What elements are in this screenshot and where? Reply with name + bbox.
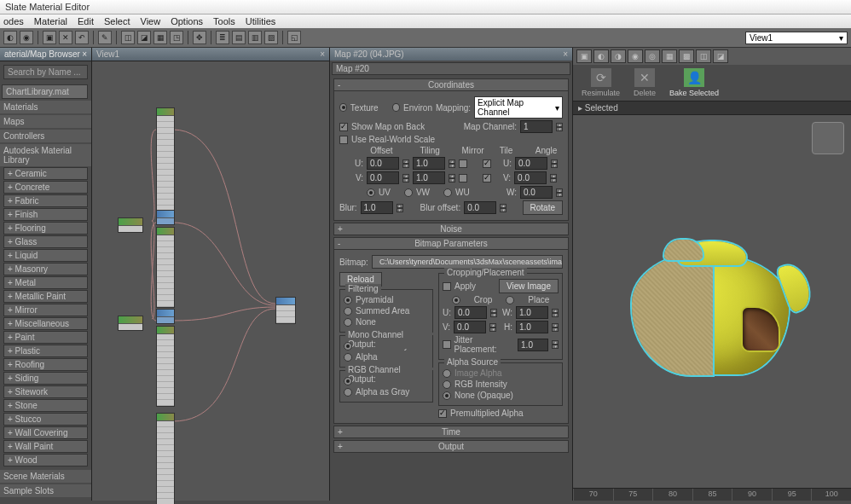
section-controllers[interactable]: Controllers bbox=[0, 130, 91, 142]
rollup-noise-header[interactable]: +Noise bbox=[333, 223, 569, 235]
lib-paint[interactable]: + Paint bbox=[3, 331, 88, 344]
radio-vw[interactable] bbox=[404, 188, 413, 197]
toolbar-assign-icon[interactable]: ▣ bbox=[43, 31, 56, 44]
menu-modes[interactable]: odes bbox=[3, 16, 24, 26]
close-icon[interactable]: × bbox=[320, 49, 325, 59]
section-scene-materials[interactable]: Scene Materials bbox=[0, 470, 91, 483]
spinner[interactable]: ▴▾ bbox=[550, 174, 557, 182]
lib-miscellaneous[interactable]: + Miscellaneous bbox=[3, 317, 88, 330]
rotate-button[interactable]: Rotate bbox=[523, 200, 563, 215]
input-crop-u[interactable]: 0.0 bbox=[454, 306, 487, 319]
radio-mono-rgb[interactable] bbox=[344, 342, 352, 350]
lib-liquid[interactable]: + Liquid bbox=[3, 249, 88, 262]
toolbar-move-icon[interactable]: ✥ bbox=[193, 31, 206, 44]
map-name-field[interactable]: Map #20 bbox=[332, 62, 570, 75]
input-v-angle[interactable]: 0.0 bbox=[514, 171, 547, 184]
toolbar-delete-icon[interactable]: ✕ bbox=[59, 31, 72, 44]
radio-alpha-gray[interactable] bbox=[344, 388, 352, 397]
bitmap-node-1[interactable] bbox=[118, 217, 143, 233]
spinner[interactable]: ▴▾ bbox=[552, 323, 559, 332]
viewcube-icon[interactable] bbox=[812, 122, 844, 154]
rollup-output-header[interactable]: +Output bbox=[333, 440, 569, 453]
lib-masonry[interactable]: + Masonry bbox=[3, 263, 88, 275]
spinner[interactable]: ▴▾ bbox=[397, 204, 403, 212]
input-crop-v[interactable]: 0.0 bbox=[454, 321, 486, 333]
input-jitter[interactable]: 1.0 bbox=[518, 339, 548, 351]
vp-icon-3[interactable]: ◑ bbox=[611, 49, 626, 63]
toolbar-bitmap-icon[interactable]: ◱ bbox=[287, 31, 301, 44]
rollup-coordinates-header[interactable]: -Coordinates bbox=[333, 78, 569, 91]
radio-environ[interactable] bbox=[392, 103, 400, 112]
radio-none-opaque[interactable] bbox=[443, 391, 451, 400]
radio-uv[interactable] bbox=[367, 188, 375, 197]
vp-icon-4[interactable]: ◉ bbox=[628, 49, 643, 63]
menu-utilities[interactable]: Utilities bbox=[246, 16, 275, 26]
toolbar-new-icon[interactable]: ◉ bbox=[20, 31, 33, 44]
checkbox-apply[interactable] bbox=[443, 282, 451, 291]
radio-mono-alpha[interactable] bbox=[344, 353, 352, 362]
section-sample-slots[interactable]: Sample Slots bbox=[0, 484, 91, 497]
lib-metal[interactable]: + Metal bbox=[3, 276, 88, 289]
lib-flooring[interactable]: + Flooring bbox=[3, 222, 88, 235]
lib-finish[interactable]: + Finish bbox=[3, 208, 88, 221]
menu-material[interactable]: Material bbox=[34, 16, 67, 26]
toolbar-4-icon[interactable]: ◳ bbox=[170, 31, 183, 44]
teapot-model[interactable] bbox=[627, 229, 797, 374]
menu-tools[interactable]: Tools bbox=[213, 16, 235, 26]
output-node[interactable] bbox=[275, 297, 296, 324]
input-u-offset[interactable]: 0.0 bbox=[367, 157, 399, 170]
lib-glass[interactable]: + Glass bbox=[3, 235, 88, 248]
bake-selected-button[interactable]: 👤Bake Selected bbox=[669, 68, 719, 97]
radio-place[interactable] bbox=[506, 296, 514, 304]
material-node-6[interactable] bbox=[156, 413, 175, 504]
node-canvas[interactable]: View1 × bbox=[92, 48, 330, 501]
radio-crop[interactable] bbox=[452, 296, 460, 304]
rollup-time-header[interactable]: +Time bbox=[333, 426, 569, 438]
toolbar-eyedropper-icon[interactable]: ✎ bbox=[98, 31, 112, 44]
spinner[interactable]: ▴▾ bbox=[449, 174, 455, 182]
radio-summed[interactable] bbox=[344, 307, 352, 316]
spinner[interactable]: ▴▾ bbox=[500, 204, 507, 212]
spinner[interactable]: ▴▾ bbox=[556, 123, 563, 131]
radio-img-alpha[interactable] bbox=[443, 369, 451, 378]
vp-icon-8[interactable]: ◫ bbox=[696, 49, 711, 63]
lib-wall-covering[interactable]: + Wall Covering bbox=[3, 426, 88, 439]
menu-view[interactable]: View bbox=[141, 16, 161, 26]
radio-texture[interactable] bbox=[339, 103, 347, 112]
spinner[interactable]: ▴▾ bbox=[552, 340, 559, 349]
material-node-1[interactable] bbox=[156, 107, 175, 212]
spinner[interactable]: ▴▾ bbox=[556, 188, 563, 197]
spinner[interactable]: ▴▾ bbox=[489, 323, 496, 332]
spinner[interactable]: ▴▾ bbox=[402, 159, 409, 168]
section-autodesk[interactable]: Autodesk Material Library bbox=[0, 144, 91, 166]
lib-sitework[interactable]: + Sitework bbox=[3, 385, 88, 398]
toolbar-3-icon[interactable]: ▦ bbox=[153, 31, 167, 44]
checkbox-u-mirror[interactable] bbox=[459, 159, 467, 168]
spinner[interactable]: ▴▾ bbox=[449, 159, 455, 168]
vp-icon-6[interactable]: ▦ bbox=[662, 49, 677, 63]
toolbar-select-icon[interactable]: ▨ bbox=[264, 31, 278, 44]
input-bluroffset[interactable]: 0.0 bbox=[464, 201, 496, 214]
input-crop-h[interactable]: 1.0 bbox=[516, 321, 548, 333]
lib-ceramic[interactable]: + Ceramic bbox=[3, 167, 88, 180]
lib-concrete[interactable]: + Concrete bbox=[3, 181, 88, 194]
bitmap-path-button[interactable]: C:\Users\tynerd\Documents\3dsMax\sceneas… bbox=[372, 255, 563, 269]
radio-none-filter[interactable] bbox=[344, 318, 352, 327]
input-u-tiling[interactable]: 1.0 bbox=[413, 157, 445, 170]
lib-metallic-paint[interactable]: + Metallic Paint bbox=[3, 290, 88, 303]
input-v-offset[interactable]: 0.0 bbox=[367, 171, 399, 184]
mapping-dropdown[interactable]: Explicit Map Channel▾ bbox=[474, 96, 563, 119]
library-chart[interactable]: ChartLibrary.mat bbox=[2, 84, 88, 99]
vp-icon-7[interactable]: ▩ bbox=[679, 49, 694, 63]
checkbox-u-tile[interactable] bbox=[483, 159, 491, 168]
bitmap-node-2[interactable] bbox=[118, 316, 143, 331]
checkbox-show-map[interactable] bbox=[339, 123, 348, 131]
lib-wood[interactable]: + Wood bbox=[3, 454, 88, 466]
input-map-channel[interactable]: 1 bbox=[520, 120, 553, 133]
input-u-angle[interactable]: 0.0 bbox=[515, 157, 547, 170]
delete-button[interactable]: ✕Delete bbox=[634, 68, 656, 97]
checkbox-v-tile[interactable] bbox=[483, 174, 491, 182]
toolbar-layouth-icon[interactable]: ▤ bbox=[232, 31, 246, 44]
input-v-tiling[interactable]: 1.0 bbox=[413, 171, 445, 184]
spinner[interactable]: ▴▾ bbox=[552, 309, 559, 317]
